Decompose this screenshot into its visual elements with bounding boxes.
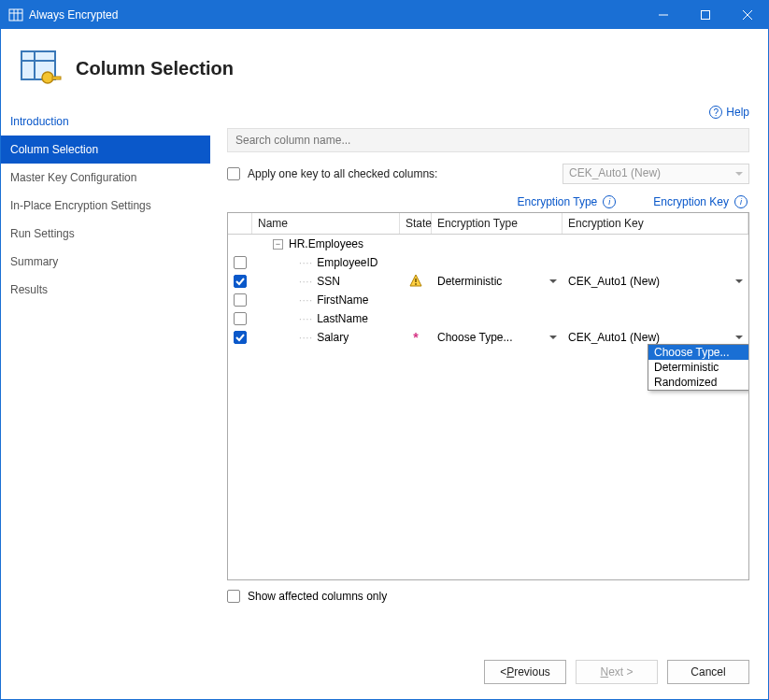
page-header: Column Selection (1, 29, 768, 106)
column-row: ····FirstName (228, 291, 748, 309)
table-name: HR.Employees (289, 237, 363, 250)
sidebar-item-master-key[interactable]: Master Key Configuration (1, 164, 210, 192)
sidebar-item-introduction[interactable]: Introduction (1, 107, 210, 136)
chevron-down-icon (735, 279, 743, 287)
table-parent-row: −HR.Employees (228, 235, 748, 253)
app-icon (8, 7, 23, 22)
encryption-type-dropdown[interactable]: Choose Type... Deterministic Randomized (648, 344, 749, 391)
legend-encryption-type[interactable]: Encryption Typei (517, 195, 616, 208)
chevron-down-icon (549, 336, 557, 343)
apply-one-key-select: CEK_Auto1 (New) (563, 164, 749, 184)
column-row: ····EmployeeID (228, 253, 748, 272)
search-input[interactable] (227, 128, 749, 152)
columns-grid: Name State Encryption Type Encryption Ke… (227, 212, 749, 580)
column-name: LastName (317, 312, 368, 325)
help-link[interactable]: ? Help (709, 106, 749, 119)
show-affected-checkbox[interactable] (227, 590, 240, 603)
dropdown-option[interactable]: Randomized (648, 375, 749, 390)
sidebar-item-inplace-encryption[interactable]: In-Place Encryption Settings (1, 192, 210, 220)
encryption-type-select[interactable]: Deterministic (437, 275, 557, 288)
tree-leaf-icon: ···· (299, 295, 313, 306)
sidebar-item-column-selection[interactable]: Column Selection (1, 136, 210, 164)
svg-rect-0 (9, 9, 22, 21)
column-name: Salary (317, 331, 349, 344)
show-affected-label: Show affected columns only (248, 590, 387, 603)
help-icon: ? (709, 106, 722, 119)
wizard-footer: < Previous Next > Cancel (1, 647, 768, 699)
cancel-button[interactable]: Cancel (667, 660, 749, 684)
encryption-key-select[interactable]: CEK_Auto1 (New) (568, 275, 743, 288)
tree-leaf-icon: ···· (299, 314, 313, 324)
row-checkbox[interactable] (234, 275, 247, 288)
column-row: ····LastName (228, 309, 748, 328)
encryption-type-select[interactable]: Choose Type... (437, 331, 557, 344)
info-icon[interactable]: i (603, 195, 616, 208)
chevron-down-icon (735, 336, 743, 343)
tree-collapse-icon[interactable]: − (273, 239, 283, 250)
titlebar: Always Encrypted (1, 1, 768, 29)
svg-rect-12 (52, 77, 61, 79)
window: Always Encrypted Column Selection Introd… (0, 0, 769, 700)
warning-icon (409, 274, 422, 290)
sidebar-item-summary[interactable]: Summary (1, 248, 210, 276)
column-row: ····SSN Deterministic CEK_Auto1 (New) (228, 272, 748, 291)
svg-point-11 (42, 72, 53, 83)
tree-leaf-icon: ···· (299, 258, 313, 268)
maximize-button[interactable] (684, 1, 726, 29)
column-name: EmployeeID (317, 256, 377, 269)
row-checkbox[interactable] (234, 312, 247, 325)
next-button: Next > (576, 660, 658, 684)
tree-leaf-icon: ···· (299, 277, 313, 287)
window-title: Always Encrypted (29, 8, 118, 21)
svg-point-15 (415, 283, 417, 285)
col-header-key[interactable]: Encryption Key (563, 213, 748, 234)
dropdown-option[interactable]: Deterministic (648, 360, 749, 375)
help-label: Help (726, 106, 749, 119)
col-header-name[interactable]: Name (252, 213, 400, 234)
tree-leaf-icon: ···· (299, 333, 313, 343)
apply-one-key-label: Apply one key to all checked columns: (248, 167, 437, 180)
column-name: SSN (317, 275, 340, 288)
minimize-button[interactable] (642, 1, 684, 29)
col-header-state[interactable]: State (400, 213, 432, 234)
sidebar-item-results[interactable]: Results (1, 276, 210, 304)
page-title: Column Selection (76, 58, 234, 79)
header-icon (18, 46, 63, 91)
previous-button[interactable]: < Previous (484, 660, 566, 684)
apply-one-key-checkbox[interactable] (227, 167, 240, 180)
dropdown-option[interactable]: Choose Type... (648, 345, 749, 360)
col-header-type[interactable]: Encryption Type (432, 213, 563, 234)
column-name: FirstName (317, 293, 368, 307)
legend-row: Encryption Typei Encryption Keyi (227, 195, 748, 208)
row-checkbox[interactable] (234, 331, 247, 344)
wizard-steps-sidebar: Introduction Column Selection Master Key… (1, 106, 210, 647)
close-button[interactable] (726, 1, 768, 29)
chevron-down-icon (549, 279, 557, 287)
svg-rect-5 (701, 11, 709, 20)
row-checkbox[interactable] (234, 256, 247, 269)
encryption-key-select[interactable]: CEK_Auto1 (New) (568, 331, 743, 344)
grid-header: Name State Encryption Type Encryption Ke… (228, 213, 748, 235)
required-icon: * (413, 330, 418, 345)
row-checkbox[interactable] (234, 293, 247, 307)
legend-encryption-key[interactable]: Encryption Keyi (653, 195, 748, 208)
sidebar-item-run-settings[interactable]: Run Settings (1, 220, 210, 248)
info-icon[interactable]: i (734, 195, 748, 208)
